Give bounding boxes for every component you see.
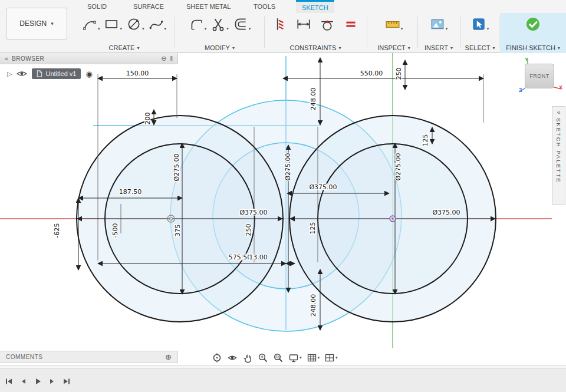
pan-hand-icon	[242, 353, 253, 363]
spline-tool-button[interactable]: ▾	[147, 15, 168, 33]
trim-tool-button[interactable]: ▾	[209, 15, 230, 33]
tab-sketch[interactable]: SKETCH	[296, 0, 334, 13]
ribbon-toolbar: DESIGN ▾ SOLID SURFACE SHEET METAL TOOLS…	[0, 0, 566, 53]
dimension-label[interactable]: 150.00	[126, 70, 149, 77]
tab-label: SOLID	[87, 3, 107, 10]
dimension-label[interactable]: 250	[395, 68, 403, 80]
select-tool-button[interactable]: ▾	[470, 15, 491, 33]
dimension-label[interactable]: 125	[309, 222, 317, 235]
play-icon	[33, 377, 42, 386]
ribbon-divider	[460, 17, 460, 48]
dimension-label[interactable]: 250	[245, 224, 252, 236]
image-icon	[430, 17, 445, 32]
tab-tools[interactable]: TOOLS	[248, 0, 281, 13]
dimension-label[interactable]: -500	[111, 223, 119, 238]
timeline-go-end-button[interactable]	[60, 376, 72, 386]
dimension-label[interactable]: -625	[53, 223, 61, 238]
inspect-menu-button[interactable]: INSPECT ▾	[377, 44, 410, 51]
group-label-text: INSERT	[424, 44, 448, 51]
dimension-label[interactable]: 575.50	[229, 253, 252, 261]
comments-bar[interactable]: COMMENTS ⊕	[0, 351, 178, 363]
activate-component-icon[interactable]: ◉	[85, 70, 92, 78]
dimension-label[interactable]: 125	[422, 134, 429, 147]
sketch-scene: 150.00 550.00 250 248.00 200 125 Ø275.00…	[0, 53, 566, 365]
coincident-constraint-button[interactable]	[271, 15, 289, 33]
dimension-label[interactable]: Ø375.00	[239, 209, 267, 216]
timeline-go-start-button[interactable]	[4, 376, 15, 386]
dimension-label[interactable]: 187.50	[119, 188, 142, 196]
ribbon-divider	[264, 17, 265, 48]
dimension-label[interactable]: Ø375.00	[432, 209, 460, 216]
design-workspace-button[interactable]: DESIGN ▾	[6, 8, 67, 39]
measure-tool-button[interactable]: ▾	[384, 15, 404, 33]
add-comment-icon[interactable]: ⊕	[165, 353, 172, 361]
remove-panel-icon[interactable]: ⊖	[161, 55, 166, 62]
design-label: DESIGN	[19, 19, 47, 28]
equal-constraint-button[interactable]	[342, 15, 360, 33]
timeline-step-forward-button[interactable]	[46, 376, 58, 386]
line-tool-button[interactable]: ▾	[81, 15, 101, 33]
caret-down-icon: ▾	[205, 26, 207, 32]
display-settings-button[interactable]: ▾	[287, 351, 304, 364]
document-name: Untitled v1	[45, 70, 76, 77]
modify-menu-button[interactable]: MODIFY ▾	[205, 44, 235, 51]
document-node[interactable]: Untitled v1	[32, 68, 81, 79]
visibility-eye-icon[interactable]	[17, 70, 27, 77]
grid-settings-button[interactable]: ▾	[305, 351, 322, 364]
browser-panel-header[interactable]: « BROWSER ⊖ ‖	[0, 53, 178, 64]
browser-tree-row: ▷ Untitled v1 ◉	[7, 67, 93, 80]
expand-node-icon[interactable]: ▷	[7, 70, 12, 78]
viewcube[interactable]: FRONT Y X Z	[515, 57, 566, 99]
dimension-label[interactable]: Ø275.00	[394, 153, 402, 180]
dimension-constraint-button[interactable]	[295, 15, 312, 33]
tab-sheet-metal[interactable]: SHEET METAL	[180, 0, 236, 13]
circle-tool-icon	[126, 17, 142, 32]
viewcube-front-face[interactable]: FRONT	[525, 64, 554, 88]
group-finish-sketch: FINISH SKETCH ▾	[500, 13, 566, 53]
sketch-palette-tab[interactable]: « SKETCH PALETTE	[552, 106, 565, 205]
tangent-constraint-button[interactable]	[318, 15, 336, 33]
zoom-button[interactable]	[256, 351, 270, 364]
dimension-label[interactable]: 200	[144, 113, 152, 125]
timeline-play-button[interactable]	[32, 376, 44, 386]
dimension-label[interactable]: 13.00	[249, 253, 268, 261]
offset-tool-button[interactable]: ▾	[232, 15, 252, 33]
finish-sketch-button[interactable]	[524, 15, 542, 33]
fillet-tool-button[interactable]: ▾	[187, 15, 208, 33]
panel-grip-icon[interactable]: ‖	[170, 55, 173, 62]
zoom-window-button[interactable]	[271, 351, 285, 364]
rectangle-tool-button[interactable]: ▾	[103, 15, 123, 33]
expand-palette-icon[interactable]: «	[557, 109, 561, 116]
sketch-canvas[interactable]: 150.00 550.00 250 248.00 200 125 Ø275.00…	[0, 53, 566, 365]
caret-down-icon: ▾	[51, 21, 54, 27]
dimension-label[interactable]: Ø375.00	[309, 183, 337, 191]
group-insert: ▾ INSERT ▾	[420, 13, 458, 53]
look-at-button[interactable]	[225, 351, 239, 364]
orbit-button[interactable]	[210, 351, 224, 364]
viewports-icon	[324, 353, 335, 363]
navigation-toolbar: ▾ ▾ ▾	[210, 351, 340, 364]
caret-down-icon: ▾	[401, 26, 403, 32]
pan-button[interactable]	[241, 351, 255, 364]
tab-surface[interactable]: SURFACE	[127, 0, 170, 13]
circle-tool-button[interactable]: ▾	[125, 15, 146, 33]
dimension-label[interactable]: 375	[174, 225, 182, 237]
collapse-panel-icon[interactable]: «	[5, 55, 8, 62]
insert-menu-button[interactable]: INSERT ▾	[424, 44, 453, 51]
dimension-label[interactable]: 248.00	[310, 88, 317, 111]
select-menu-button[interactable]: SELECT ▾	[465, 44, 495, 51]
dimension-label[interactable]: Ø275.00	[173, 153, 180, 181]
viewports-button[interactable]: ▾	[323, 351, 340, 364]
browser-title: BROWSER	[12, 55, 157, 62]
create-menu-button[interactable]: CREATE ▾	[109, 44, 140, 51]
insert-image-button[interactable]: ▾	[429, 15, 449, 33]
finish-sketch-menu-button[interactable]: FINISH SKETCH ▾	[506, 44, 560, 51]
zoom-window-icon	[273, 353, 284, 363]
dimension-label[interactable]: Ø275.00	[284, 153, 292, 180]
dimension-label[interactable]: 248.00	[310, 294, 317, 317]
constraints-menu-button[interactable]: CONSTRAINTS ▾	[290, 44, 341, 51]
tab-solid[interactable]: SOLID	[81, 0, 113, 13]
timeline-step-back-button[interactable]	[18, 376, 29, 386]
ribbon-divider	[417, 17, 418, 48]
dimension-label[interactable]: 550.00	[360, 70, 383, 77]
